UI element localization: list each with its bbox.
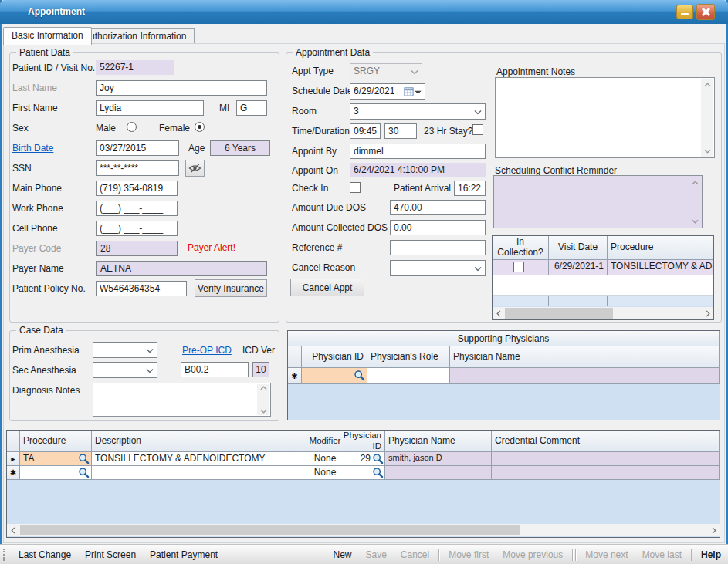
collection-col-visit-date[interactable]: Visit Date — [549, 236, 608, 260]
collection-row-procedure[interactable]: TONSILLECTOMY & ADENOIDECTOMY — [608, 260, 713, 275]
new-button[interactable]: New — [326, 549, 358, 560]
schedule-date-picker[interactable]: 6/29/2021 — [350, 83, 425, 100]
scroll-left-icon[interactable] — [7, 525, 19, 536]
main-phone-field[interactable]: (719) 354-0819 — [96, 181, 178, 196]
appt-type-combo[interactable]: SRGY — [350, 63, 422, 79]
payer-alert-link[interactable]: Payer Alert! — [188, 242, 235, 253]
move-next-button[interactable]: Move next — [578, 549, 635, 560]
stay-checkbox[interactable] — [472, 124, 483, 135]
move-last-button[interactable]: Move last — [635, 549, 689, 560]
last-name-field[interactable]: Joy — [96, 80, 267, 96]
minimize-button[interactable] — [676, 5, 693, 19]
preop-icd-field[interactable]: B00.2 — [181, 362, 249, 377]
tab-basic-information[interactable]: Basic Information — [3, 27, 92, 45]
collection-col-procedure[interactable]: Procedure — [608, 236, 713, 260]
cancel-button[interactable]: Cancel — [394, 549, 436, 560]
scroll-down-icon[interactable] — [257, 407, 269, 415]
supporting-new-physician-role-cell[interactable] — [367, 368, 450, 384]
collection-row-in-collection-cell[interactable] — [493, 260, 549, 275]
supporting-col-physician-id[interactable]: Physician ID — [302, 346, 367, 368]
move-first-button[interactable]: Move first — [442, 549, 496, 560]
procedure-row2-procedure-cell[interactable] — [20, 466, 92, 480]
procedure-hscroll-thumb[interactable] — [20, 525, 520, 535]
prim-anesthesia-combo[interactable] — [93, 342, 157, 358]
supporting-new-physician-name-cell[interactable] — [450, 368, 720, 384]
procedure-col-procedure[interactable]: Procedure — [20, 431, 92, 452]
mi-field[interactable]: G — [236, 100, 267, 116]
search-icon[interactable] — [78, 453, 90, 464]
supporting-col-physician-role[interactable]: Physician's Role — [367, 346, 450, 368]
tab-authorization-information[interactable]: Authorization Information — [75, 28, 195, 44]
cell-phone-field[interactable]: (___) ___-____ — [96, 221, 178, 236]
procedure-row2-description[interactable] — [92, 466, 306, 480]
cancel-appt-button[interactable]: Cancel Appt — [290, 279, 364, 296]
collection-col-in-collection[interactable]: In Collection? — [493, 236, 549, 260]
procedure-col-physician-name[interactable]: Physician Name — [385, 431, 492, 452]
cancel-reason-combo[interactable] — [390, 260, 486, 276]
supporting-col-physician-name[interactable]: Physician Name — [450, 346, 720, 368]
save-button[interactable]: Save — [358, 549, 393, 560]
procedure-row1-procedure-cell[interactable]: TA — [20, 452, 92, 466]
search-icon[interactable] — [354, 370, 365, 381]
close-button[interactable] — [696, 4, 715, 20]
help-button[interactable]: Help — [694, 549, 728, 560]
patient-arrival-field[interactable]: 16:22 — [454, 181, 486, 196]
scroll-down-icon[interactable] — [689, 215, 701, 227]
show-ssn-button[interactable] — [185, 160, 205, 177]
collection-row-visit-date[interactable]: 6/29/2021-1 — [549, 260, 608, 275]
scroll-up-icon[interactable] — [257, 384, 269, 392]
duration-field[interactable]: 30 — [384, 123, 417, 139]
search-icon[interactable] — [372, 453, 384, 464]
collection-hscrollbar[interactable] — [493, 307, 713, 319]
policy-no-field[interactable]: W5464364354 — [96, 281, 187, 296]
scroll-right-icon[interactable] — [702, 308, 713, 319]
patient-payment-button[interactable]: Patient Payment — [143, 549, 225, 560]
procedure-row1-physician-name[interactable]: smith, jason D — [385, 452, 492, 466]
procedure-row2-modifier[interactable]: None — [306, 466, 344, 480]
scroll-right-icon[interactable] — [708, 525, 720, 536]
procedure-row1-physician-id[interactable]: 29 — [344, 452, 385, 466]
appointment-notes-textarea[interactable] — [495, 77, 715, 158]
room-combo[interactable]: 3 — [350, 103, 486, 120]
first-name-field[interactable]: Lydia — [96, 100, 204, 116]
supporting-new-physician-id-cell[interactable] — [302, 368, 367, 384]
appoint-by-field[interactable]: dimmel — [350, 144, 486, 159]
collection-hscroll-thumb[interactable] — [505, 308, 613, 319]
verify-insurance-button[interactable]: Verify Insurance — [195, 279, 267, 297]
procedure-col-physician-id[interactable]: Physician ID — [344, 431, 385, 452]
search-icon[interactable] — [372, 467, 384, 478]
procedure-row2-physician-name[interactable] — [385, 466, 492, 480]
last-change-button[interactable]: Last Change — [12, 549, 78, 560]
preop-icd-link[interactable]: Pre-OP ICD — [182, 345, 232, 356]
amount-collected-field[interactable]: 0.00 — [390, 220, 486, 235]
procedure-row2-selector[interactable]: ✱ — [7, 466, 20, 480]
amount-due-field[interactable]: 470.00 — [390, 200, 486, 215]
search-icon[interactable] — [78, 467, 90, 478]
move-previous-button[interactable]: Move previous — [496, 549, 570, 560]
scroll-up-icon[interactable] — [701, 79, 713, 90]
procedure-col-description[interactable]: Description — [92, 431, 306, 452]
female-radio[interactable] — [195, 122, 205, 132]
diagnosis-notes-textarea[interactable] — [93, 383, 271, 417]
procedure-row1-selector[interactable]: ► — [7, 452, 20, 466]
procedure-row1-modifier[interactable]: None — [306, 452, 344, 466]
scroll-down-icon[interactable] — [701, 145, 713, 157]
scroll-up-icon[interactable] — [689, 177, 701, 188]
procedure-row1-credential[interactable] — [492, 452, 720, 466]
procedure-hscrollbar[interactable] — [7, 524, 720, 536]
time-field[interactable]: 09:45 — [350, 123, 381, 139]
male-radio[interactable] — [127, 122, 137, 132]
reference-field[interactable] — [390, 240, 486, 255]
conflict-scrollbar[interactable] — [689, 177, 701, 227]
work-phone-field[interactable]: (___) ___-____ — [96, 201, 178, 216]
procedure-row1-description[interactable]: TONSILLECTOMY & ADENOIDECTOMY — [92, 452, 306, 466]
birth-date-field[interactable]: 03/27/2015 — [96, 140, 179, 156]
notes-scrollbar[interactable] — [701, 79, 713, 157]
ssn-field[interactable]: ***-**-**** — [96, 160, 179, 176]
procedure-col-modifier[interactable]: Modifier — [306, 431, 344, 452]
check-in-checkbox[interactable] — [350, 182, 361, 193]
birth-date-link[interactable]: Birth Date — [12, 143, 53, 154]
procedure-row2-credential[interactable] — [492, 466, 720, 480]
toolbar-grip-icon[interactable] — [3, 549, 5, 561]
in-collection-checkbox[interactable] — [513, 262, 524, 272]
